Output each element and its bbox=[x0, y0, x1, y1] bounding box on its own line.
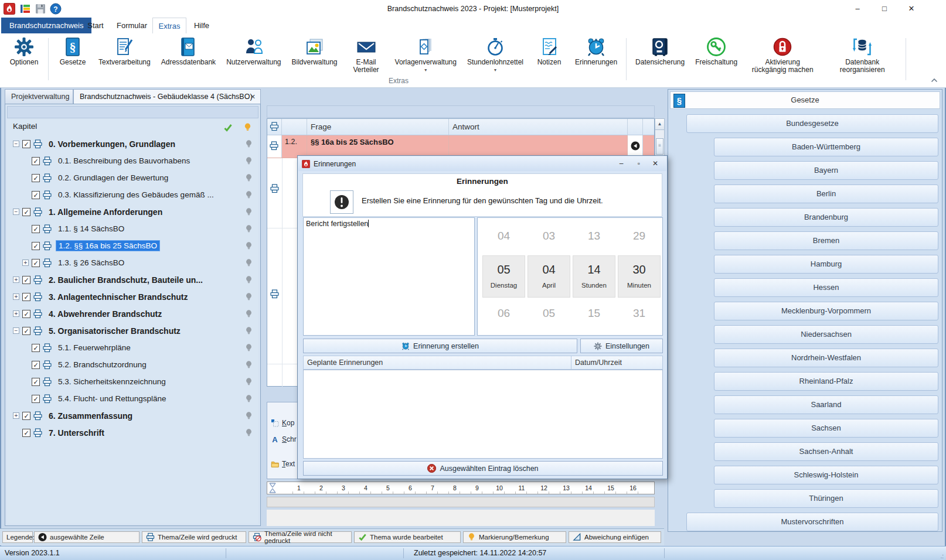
reminder-text-input[interactable]: Bericht fertigstellen bbox=[303, 217, 475, 336]
scrollbar-up-icon[interactable]: ▲ bbox=[655, 119, 664, 130]
ruler-indent-marker[interactable] bbox=[267, 482, 288, 494]
settings-button[interactable]: Einstellungen bbox=[580, 339, 663, 353]
spinner-selected-cell[interactable]: 14 Stunden bbox=[573, 255, 615, 298]
bulb-icon[interactable] bbox=[245, 241, 253, 251]
create-reminder-button[interactable]: Erinnerung erstellen bbox=[303, 339, 577, 353]
gesetz-button[interactable]: Mustervorschriften bbox=[686, 513, 938, 531]
dialog-close-button[interactable]: ✕ bbox=[649, 158, 662, 169]
ribbon-button[interactable]: Freischaltung ▾ bbox=[690, 36, 743, 81]
tree-row[interactable]: + ✓ 1.3. § 26 SächsBO bbox=[7, 254, 258, 271]
bulb-icon[interactable] bbox=[245, 207, 253, 217]
gesetz-button[interactable]: Thüringen bbox=[714, 489, 938, 508]
tab-projektverwaltung[interactable]: Projektverwaltung bbox=[5, 89, 73, 104]
ribbon-button[interactable]: Datenbank reorganisieren ▾ bbox=[822, 36, 902, 81]
spinner-column[interactable]: 03 04 April 05 bbox=[528, 218, 570, 335]
ribbon-button[interactable]: Textverarbeitung ▾ bbox=[93, 36, 156, 81]
tree-row[interactable]: − ✓ 1. Allgemeine Anforderungen bbox=[7, 203, 258, 220]
tree-checkbox[interactable]: ✓ bbox=[32, 259, 40, 267]
tab-start[interactable]: Start bbox=[80, 18, 111, 33]
spinner-value-above[interactable]: 13 bbox=[573, 230, 615, 243]
tree-checkbox[interactable]: ✓ bbox=[32, 344, 40, 352]
ribbon-button[interactable]: E-Mail Verteiler ▾ bbox=[343, 36, 390, 81]
tree-expander-icon[interactable]: − bbox=[13, 209, 19, 215]
spinner-value-below[interactable]: 05 bbox=[528, 307, 570, 320]
spinner-value-above[interactable]: 29 bbox=[618, 230, 661, 243]
tree-row[interactable]: − ✓ 5. Organisatorischer Brandschutz bbox=[7, 322, 258, 339]
tree-row[interactable]: ✓ 5.4. Flucht- und Rettungspläne bbox=[7, 390, 258, 407]
tab-brandschutznachweis[interactable]: Brandschutznachweis bbox=[1, 18, 91, 33]
gesetz-button[interactable]: Sachsen-Anhalt bbox=[714, 442, 938, 461]
gesetz-button[interactable]: Sachsen bbox=[714, 419, 938, 438]
spinner-value-below[interactable]: 15 bbox=[573, 307, 615, 320]
spinner-value-below[interactable]: 31 bbox=[618, 307, 661, 320]
ribbon-button[interactable]: Stundenlohnzettel ▾ bbox=[462, 36, 529, 81]
tree-row[interactable]: + ✓ 2. Baulicher Brandschutz, Bauteile u… bbox=[7, 271, 258, 288]
spinner-value-above[interactable]: 03 bbox=[528, 230, 570, 243]
gesetz-button[interactable]: Bundesgesetze bbox=[686, 114, 938, 133]
ribbon-button[interactable]: Adressdatenbank ▾ bbox=[156, 36, 221, 81]
bulb-icon[interactable] bbox=[245, 139, 253, 149]
tree-row[interactable]: + ✓ 6. Zusammenfassung bbox=[7, 407, 258, 424]
tree-checkbox[interactable]: ✓ bbox=[22, 412, 30, 420]
gesetz-button[interactable]: Schleswig-Holstein bbox=[714, 466, 938, 484]
tree-checkbox[interactable]: ✓ bbox=[32, 225, 40, 233]
bulb-icon[interactable] bbox=[245, 428, 253, 438]
tree-row[interactable]: ✓ 0.2. Grundlagen der Bewertung bbox=[7, 169, 258, 186]
editor-tool-button[interactable]: Text bbox=[271, 457, 295, 470]
tree-expander-icon[interactable]: + bbox=[13, 310, 19, 317]
dialog-maximize-button[interactable]: ▫ bbox=[632, 158, 645, 169]
dialog-minimize-button[interactable]: – bbox=[615, 158, 628, 169]
tree-row[interactable]: ✓ 0.3. Klassifizierung des Gebäudes gemä… bbox=[7, 186, 258, 203]
resize-grip-icon[interactable]: .: bbox=[940, 553, 944, 559]
tree-checkbox[interactable]: ✓ bbox=[22, 293, 30, 301]
dialog-title-bar[interactable]: Erinnerungen – ▫ ✕ bbox=[298, 156, 666, 171]
tree-checkbox[interactable]: ✓ bbox=[32, 242, 40, 250]
editor-tool-button[interactable]: Schr bbox=[271, 433, 297, 446]
bulb-icon[interactable] bbox=[245, 309, 253, 319]
bulb-icon[interactable] bbox=[245, 190, 253, 200]
gesetz-button[interactable]: Berlin bbox=[714, 185, 938, 203]
tree-row[interactable]: ✓ 5.3. Sicherheitskennzeichnung bbox=[7, 373, 258, 390]
gesetz-button[interactable]: Baden-Württemberg bbox=[714, 138, 938, 156]
tree-row[interactable]: + ✓ 4. Abwehrender Brandschutz bbox=[7, 305, 258, 322]
reminder-table-body[interactable] bbox=[303, 370, 663, 459]
tree-checkbox[interactable]: ✓ bbox=[32, 395, 40, 403]
gesetz-button[interactable]: Hessen bbox=[714, 278, 938, 297]
spinner-value-above[interactable]: 04 bbox=[482, 230, 525, 243]
bulb-icon[interactable] bbox=[245, 411, 253, 421]
tree-checkbox[interactable]: ✓ bbox=[22, 208, 30, 216]
gesetz-button[interactable]: Bayern bbox=[714, 161, 938, 180]
tree-checkbox[interactable]: ✓ bbox=[22, 276, 30, 284]
tree-checkbox[interactable]: ✓ bbox=[32, 174, 40, 182]
bulb-icon[interactable] bbox=[245, 292, 253, 302]
maximize-button[interactable]: □ bbox=[871, 0, 898, 18]
tab-brandschutznachweis-dokument[interactable]: Brandschutznachweis - Gebäudeklasse 4 (S… bbox=[73, 89, 261, 104]
tab-formular[interactable]: Formular bbox=[113, 18, 151, 33]
tree-checkbox[interactable]: ✓ bbox=[22, 310, 30, 318]
ribbon-button[interactable]: Aktivierung rückgängig machen ▾ bbox=[743, 36, 822, 81]
tree-checkbox[interactable]: ✓ bbox=[32, 157, 40, 165]
tree-row[interactable]: ✓ 1.1. § 14 SächsBO bbox=[7, 220, 258, 237]
gesetz-button[interactable]: Saarland bbox=[714, 395, 938, 414]
row-antwort[interactable] bbox=[449, 135, 628, 158]
spinner-column[interactable]: 13 14 Stunden 15 bbox=[573, 218, 615, 335]
gesetz-button[interactable]: Brandenburg bbox=[714, 208, 938, 227]
tree-row[interactable]: ✓ 1.2. §§ 16a bis 25 SächsBO bbox=[7, 237, 258, 254]
ribbon-button[interactable]: Nutzerverwaltung ▾ bbox=[221, 36, 286, 81]
ribbon-button[interactable]: Notizen ▾ bbox=[529, 36, 570, 81]
ribbon-button[interactable]: Bildverwaltung ▾ bbox=[287, 36, 343, 81]
ribbon-button[interactable]: Vorlagenverwaltung ▾ bbox=[390, 36, 462, 81]
spinner-value-below[interactable]: 06 bbox=[482, 307, 525, 320]
spinner-selected-cell[interactable]: 30 Minuten bbox=[618, 255, 661, 298]
spinner-column[interactable]: 04 05 Dienstag 06 bbox=[482, 218, 525, 335]
gesetz-button[interactable]: Rheinland-Pfalz bbox=[714, 372, 938, 391]
gesetz-button[interactable]: Mecklenburg-Vorpommern bbox=[714, 302, 938, 320]
tree-expander-icon[interactable]: − bbox=[13, 141, 19, 147]
bulb-icon[interactable] bbox=[245, 360, 253, 370]
bulb-icon[interactable] bbox=[245, 377, 253, 387]
spinner-selected-cell[interactable]: 04 April bbox=[528, 255, 570, 298]
ribbon-button[interactable]: Erinnerungen ▾ bbox=[570, 36, 622, 81]
bulb-icon[interactable] bbox=[245, 224, 253, 234]
ribbon-button[interactable]: Datensicherung ▾ bbox=[630, 36, 690, 81]
bulb-icon[interactable] bbox=[245, 326, 253, 336]
